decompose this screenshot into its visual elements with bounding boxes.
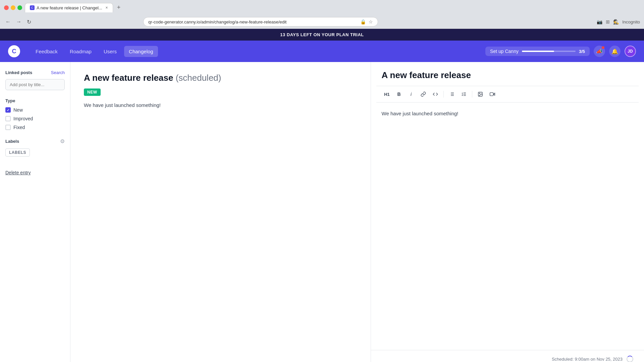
nav-feedback[interactable]: Feedback [31, 46, 62, 57]
browser-min-button[interactable] [11, 5, 15, 10]
back-button[interactable]: ← [4, 17, 12, 26]
svg-rect-12 [490, 93, 493, 96]
new-badge: NEW [84, 88, 101, 96]
nav-right: Set up Canny 3/5 📣 🔔 JD [485, 46, 636, 57]
preview-panel: A new feature release (scheduled) NEW We… [70, 62, 371, 362]
scheduled-date-text: Scheduled: 9:00am on Nov 25, 2023 [552, 357, 623, 362]
linked-posts-label: Linked posts [5, 70, 32, 75]
nav-changelog[interactable]: Changelog [124, 46, 158, 57]
toolbar-ol-button[interactable] [459, 89, 469, 100]
new-tab-button[interactable]: + [114, 3, 123, 12]
browser-addressbar: ← → ↻ qr-code-generator.canny.io/admin/c… [0, 15, 644, 28]
top-nav: C Feedback Roadmap Users Changelog Set u… [0, 41, 644, 62]
linked-posts-section: Linked posts Search [5, 70, 65, 75]
nav-logo[interactable]: C [8, 45, 20, 57]
megaphone-button[interactable]: 📣 [594, 46, 605, 57]
nav-users[interactable]: Users [99, 46, 121, 57]
browser-titlebar: C A new feature release | Changel... × + [0, 0, 644, 15]
labels-chip[interactable]: LABELS [5, 148, 30, 157]
trial-banner: 13 DAYS LEFT ON YOUR PLAN TRIAL [0, 29, 644, 41]
type-label: Type [5, 98, 65, 103]
preview-title: A new feature release (scheduled) [84, 73, 357, 83]
svg-point-10 [479, 93, 480, 94]
megaphone-icon: 📣 [596, 48, 603, 55]
add-post-input[interactable] [5, 79, 65, 90]
bell-icon: 🔔 [611, 48, 618, 55]
tab-bar: C A new feature release | Changel... × + [25, 3, 123, 12]
new-checkbox-input[interactable] [5, 107, 11, 113]
main-layout: Linked posts Search Type New Improved Fi… [0, 62, 644, 362]
incognito-label: Incognito [622, 19, 640, 24]
editor-title-input[interactable] [382, 70, 634, 80]
setup-progress-container [522, 51, 576, 52]
toolbar-image-button[interactable] [475, 89, 486, 100]
bell-button[interactable]: 🔔 [609, 46, 621, 57]
browser-chrome: C A new feature release | Changel... × +… [0, 0, 644, 29]
setup-count: 3/5 [579, 49, 585, 54]
incognito-icon: 🕵️ [613, 19, 619, 24]
sidebar: Linked posts Search Type New Improved Fi… [0, 62, 70, 362]
fixed-checkbox-label: Fixed [13, 125, 25, 130]
bookmark-icon[interactable]: ⊞ [606, 19, 610, 24]
toolbar-italic-button[interactable]: i [406, 89, 417, 100]
browser-max-button[interactable] [17, 5, 22, 10]
editor-body[interactable]: We have just launched something! [371, 103, 644, 350]
improved-checkbox-input[interactable] [5, 116, 11, 121]
toolbar-video-button[interactable] [487, 89, 498, 100]
sidebar-search-link[interactable]: Search [51, 70, 65, 75]
toolbar-divider-1 [443, 91, 444, 98]
toolbar-bold-button[interactable]: B [394, 89, 405, 100]
address-bar[interactable]: qr-code-generator.canny.io/admin/changel… [143, 17, 378, 26]
tab-favicon: C [30, 5, 35, 10]
content-area: A new feature release (scheduled) NEW We… [70, 62, 644, 362]
setup-label: Set up Canny [490, 49, 519, 54]
notification-badge [602, 46, 604, 49]
labels-section: Labels ⚙ LABELS [5, 138, 65, 157]
improved-checkbox-label: Improved [13, 116, 33, 121]
camera-icon: 📷 [597, 19, 602, 24]
toolbar-ul-button[interactable] [446, 89, 457, 100]
forward-button[interactable]: → [15, 17, 23, 26]
svg-marker-11 [493, 93, 495, 96]
labels-title: Labels [5, 139, 19, 144]
avatar[interactable]: JD [625, 46, 636, 57]
spinner [627, 356, 633, 362]
tab-title: A new feature release | Changel... [37, 5, 102, 10]
gear-icon[interactable]: ⚙ [60, 138, 65, 144]
setup-progress-bar [522, 51, 554, 52]
editor-toolbar: H1 B i [376, 86, 639, 103]
url-text: qr-code-generator.canny.io/admin/changel… [148, 19, 286, 24]
tab-close-button[interactable]: × [106, 5, 108, 10]
nav-links: Feedback Roadmap Users Changelog [31, 46, 158, 57]
active-tab[interactable]: C A new feature release | Changel... × [25, 3, 113, 12]
browser-close-button[interactable] [4, 5, 9, 10]
fixed-checkbox-input[interactable] [5, 125, 11, 130]
browser-controls [4, 5, 22, 10]
nav-roadmap[interactable]: Roadmap [65, 46, 96, 57]
editor-title-area [371, 62, 644, 86]
toolbar-h1-button[interactable]: H1 [382, 89, 392, 100]
setup-canny-bar[interactable]: Set up Canny 3/5 [485, 47, 590, 56]
editor-footer: Scheduled: 9:00am on Nov 25, 2023 [371, 350, 644, 362]
preview-body: We have just launched something! [84, 101, 357, 109]
shield-icon: 🔒 [360, 19, 366, 24]
labels-header: Labels ⚙ [5, 138, 65, 144]
editor-content[interactable]: We have just launched something! [382, 111, 634, 342]
address-icons: 🔒 ☆ [360, 19, 373, 24]
type-new-checkbox[interactable]: New [5, 107, 65, 113]
toolbar-link-button[interactable] [418, 89, 429, 100]
new-checkbox-label: New [13, 107, 23, 113]
toolbar-divider-2 [472, 91, 472, 98]
trial-banner-text: 13 DAYS LEFT ON YOUR PLAN TRIAL [280, 32, 364, 37]
type-fixed-checkbox[interactable]: Fixed [5, 125, 65, 130]
toolbar-code-button[interactable] [430, 89, 441, 100]
reload-button[interactable]: ↻ [25, 17, 33, 26]
delete-entry-link[interactable]: Delete entry [5, 170, 65, 175]
type-improved-checkbox[interactable]: Improved [5, 116, 65, 121]
star-icon[interactable]: ☆ [369, 19, 373, 24]
scheduled-label: (scheduled) [176, 73, 221, 83]
editor-panel: H1 B i [371, 62, 644, 362]
